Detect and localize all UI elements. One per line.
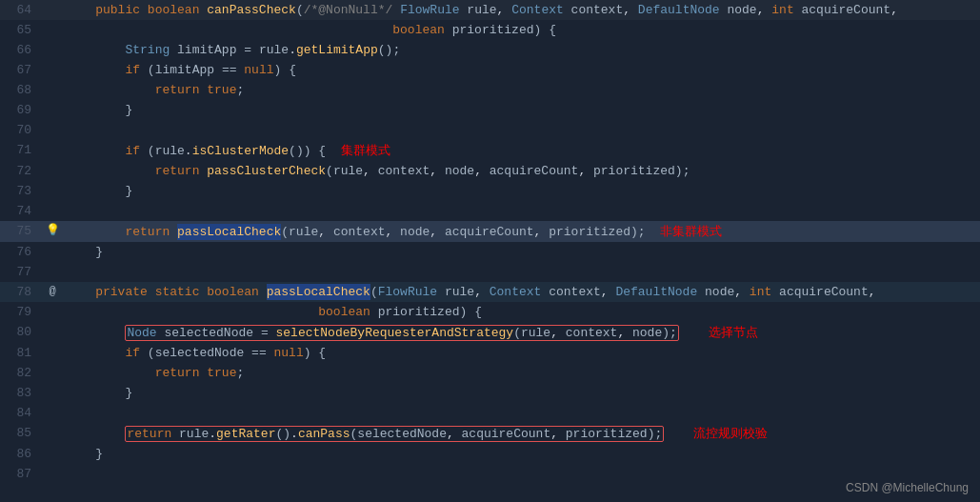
code-line-71: 71 if (rule.isClusterMode()) { 集群模式: [0, 140, 980, 161]
code-line-77: 77: [0, 262, 980, 282]
code-line-76: 76 }: [0, 242, 980, 262]
line-number-64: 64: [0, 0, 43, 20]
code-line-87: 87: [0, 464, 980, 484]
line-number-69: 69: [0, 100, 43, 120]
code-line-80: 80 Node selectedNode = selectNodeByReque…: [0, 322, 980, 343]
line-number-85: 85: [0, 423, 43, 443]
code-content-85: return rule.getRater().canPass(selectedN…: [62, 423, 980, 444]
line-number-68: 68: [0, 80, 43, 100]
code-content-68: return true;: [62, 80, 980, 100]
code-content-65: boolean prioritized) {: [62, 20, 980, 40]
code-content-86: }: [62, 444, 980, 464]
code-content-83: }: [62, 383, 980, 403]
line-number-84: 84: [0, 403, 43, 423]
code-line-65: 65 boolean prioritized) {: [0, 20, 980, 40]
watermark: CSDN @MichelleChung: [846, 481, 969, 494]
gutter-78: @: [43, 282, 62, 302]
line-number-72: 72: [0, 161, 43, 181]
code-line-79: 79 boolean prioritized) {: [0, 302, 980, 322]
code-content-73: }: [62, 181, 980, 201]
code-content-79: boolean prioritized) {: [62, 302, 980, 322]
code-line-74: 74: [0, 201, 980, 221]
code-line-86: 86 }: [0, 444, 980, 464]
code-line-83: 83 }: [0, 383, 980, 403]
line-number-74: 74: [0, 201, 43, 221]
gutter-75: 💡: [43, 221, 62, 241]
code-content-75: return passLocalCheck(rule, context, nod…: [62, 221, 980, 242]
code-line-75: 75 💡 return passLocalCheck(rule, context…: [0, 221, 980, 242]
line-number-80: 80: [0, 322, 43, 342]
code-content-67: if (limitApp == null) {: [62, 60, 980, 80]
line-number-82: 82: [0, 363, 43, 383]
code-line-85: 85 return rule.getRater().canPass(select…: [0, 423, 980, 444]
line-number-79: 79: [0, 302, 43, 322]
code-content-66: String limitApp = rule.getLimitApp();: [62, 40, 980, 60]
code-content-80: Node selectedNode = selectNodeByRequeste…: [62, 322, 980, 343]
code-content-72: return passClusterCheck(rule, context, n…: [62, 161, 980, 181]
code-content-64: public boolean canPassCheck(/*@NonNull*/…: [62, 0, 980, 20]
line-number-70: 70: [0, 120, 43, 140]
code-line-64: 64 public boolean canPassCheck(/*@NonNul…: [0, 0, 980, 20]
code-line-82: 82 return true;: [0, 363, 980, 383]
line-number-86: 86: [0, 444, 43, 464]
code-line-68: 68 return true;: [0, 80, 980, 100]
line-number-83: 83: [0, 383, 43, 403]
code-content-81: if (selectedNode == null) {: [62, 343, 980, 363]
line-number-71: 71: [0, 140, 43, 160]
code-line-69: 69 }: [0, 100, 980, 120]
code-content-82: return true;: [62, 363, 980, 383]
line-number-73: 73: [0, 181, 43, 201]
line-number-65: 65: [0, 20, 43, 40]
code-content-76: }: [62, 242, 980, 262]
code-content-69: }: [62, 100, 980, 120]
line-number-78: 78: [0, 282, 43, 302]
code-content-78: private static boolean passLocalCheck(Fl…: [62, 282, 980, 302]
code-editor: 64 public boolean canPassCheck(/*@NonNul…: [0, 0, 980, 502]
code-line-73: 73 }: [0, 181, 980, 201]
code-line-67: 67 if (limitApp == null) {: [0, 60, 980, 80]
code-line-78: 78 @ private static boolean passLocalChe…: [0, 282, 980, 302]
code-content-71: if (rule.isClusterMode()) { 集群模式: [62, 140, 980, 161]
line-number-66: 66: [0, 40, 43, 60]
code-line-70: 70: [0, 120, 980, 140]
line-number-67: 67: [0, 60, 43, 80]
code-line-84: 84: [0, 403, 980, 423]
line-number-75: 75: [0, 221, 43, 241]
code-line-72: 72 return passClusterCheck(rule, context…: [0, 161, 980, 181]
line-number-87: 87: [0, 464, 43, 484]
line-number-76: 76: [0, 242, 43, 262]
line-number-77: 77: [0, 262, 43, 282]
code-line-81: 81 if (selectedNode == null) {: [0, 343, 980, 363]
line-number-81: 81: [0, 343, 43, 363]
code-line-66: 66 String limitApp = rule.getLimitApp();: [0, 40, 980, 60]
